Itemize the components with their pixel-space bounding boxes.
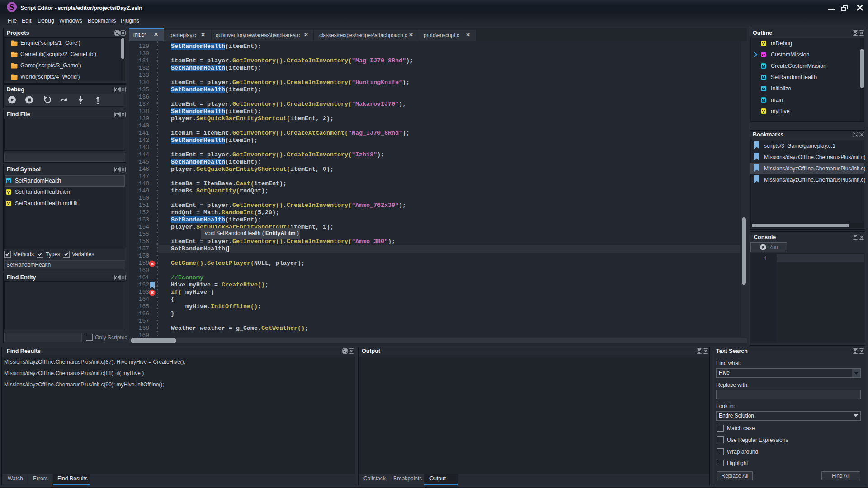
svg-text:S: S [9,2,14,12]
